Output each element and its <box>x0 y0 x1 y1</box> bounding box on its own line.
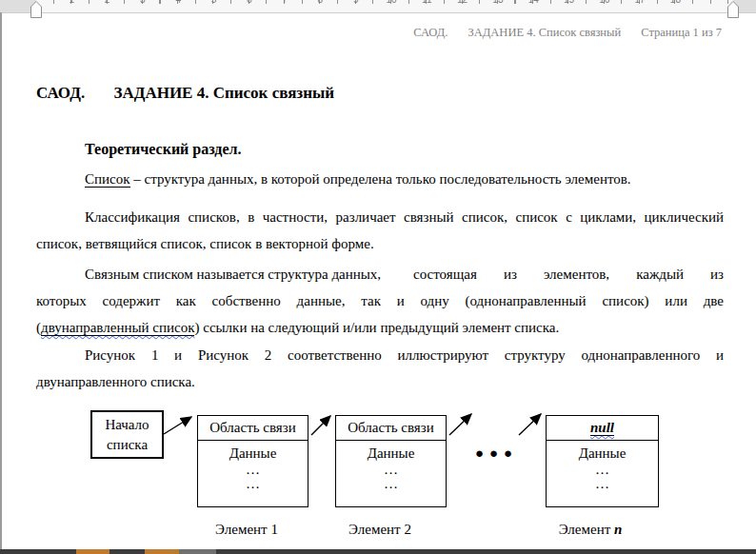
ruler-number: 17 <box>635 0 646 5</box>
paragraph-definition: Список – структура данных, в которой опр… <box>36 166 724 192</box>
node-data-label: Данные <box>336 445 446 463</box>
page-left-edge <box>0 12 2 549</box>
paragraph-classification: Классификация списков, в частности, разл… <box>36 204 724 257</box>
taskbar-active-app[interactable] <box>179 549 216 554</box>
null-label: null <box>590 420 614 436</box>
node-ellipsis: … <box>198 463 308 477</box>
section-heading: Теоретический раздел. <box>85 141 242 158</box>
word-window: 123456789101112131415161718 САОД. ЗАДАНИ… <box>0 0 756 554</box>
arrow-node1-to-node2 <box>311 416 330 435</box>
ruler-number: 12 <box>457 0 468 5</box>
ruler-number: 11 <box>422 0 431 5</box>
ruler-number: 9 <box>353 0 359 5</box>
node-link-area: Область связи <box>336 416 446 441</box>
ruler-number: 14 <box>528 0 539 5</box>
term-underlined: Список <box>85 171 130 188</box>
text-line: состоящая из элементов, каждый из <box>413 261 724 287</box>
right-indent-marker[interactable] <box>727 1 739 18</box>
header-course: САОД. <box>413 26 448 39</box>
list-node-n: null Данные … … <box>546 415 659 507</box>
ruler-number: 6 <box>247 0 252 5</box>
paragraph-figures-ref: Рисунок 1 и Рисунок 2 соответственно илл… <box>36 342 724 395</box>
text-line: Рисунок 1 и Рисунок 2 соответственно илл… <box>36 342 724 368</box>
spellcheck-marked-text: двунаправленный список <box>41 320 194 336</box>
ruler-number: 16 <box>599 0 609 5</box>
caption-text: Элемент <box>559 522 614 537</box>
node-data-label: Данные <box>547 445 658 463</box>
list-start-box: Начало списка <box>90 410 164 459</box>
ruler-number: 2 <box>105 0 110 5</box>
header-assignment: ЗАДАНИЕ 4. Список связный <box>468 26 622 39</box>
node-null-pointer: null <box>547 416 658 441</box>
node-data-label: Данные <box>198 445 308 463</box>
arrow-start-to-node1 <box>164 417 191 434</box>
header-page-number: Страница 1 из 7 <box>641 26 722 39</box>
definition-text: – структура данных, в которой определена… <box>130 171 631 187</box>
paragraph-linked-list: Связным списком называется структура дан… <box>36 261 724 341</box>
node-ellipsis: … <box>198 477 308 491</box>
node-ellipsis: … <box>336 463 446 477</box>
node-caption-2: Элемент 2 <box>348 522 411 538</box>
taskbar-segment[interactable] <box>216 549 756 554</box>
title-course: САОД. <box>36 84 85 102</box>
node-ellipsis: … <box>547 477 658 491</box>
taskbar-segment[interactable] <box>109 549 145 554</box>
taskbar-segment[interactable] <box>0 549 76 554</box>
ruler-number: 10 <box>386 0 396 5</box>
ruler-number: 15 <box>564 0 574 5</box>
text-line: Связным списком называется структура дан… <box>36 261 381 287</box>
ruler-number: 3 <box>140 0 146 5</box>
list-node-2: Область связи Данные … … <box>335 415 447 507</box>
list-continuation-dots: ●●● <box>475 445 518 462</box>
text-line: список, ветвящийся список, список в вект… <box>36 230 724 257</box>
taskbar-highlighted-app[interactable] <box>145 549 179 554</box>
arrow-into-node-n <box>519 414 541 435</box>
ruler-number: 18 <box>670 0 681 5</box>
taskbar-edge[interactable] <box>0 549 756 554</box>
text-line: ) ссылки на следующий и/или предыдущий э… <box>194 320 559 335</box>
text-line: которых содержит как собственно данные, … <box>36 287 724 314</box>
caption-variable-n: n <box>614 522 622 537</box>
node-ellipsis: … <box>336 477 446 491</box>
start-box-line: списка <box>92 435 162 455</box>
ruler-number: 1 <box>70 0 75 5</box>
text-line: Классификация списков, в частности, разл… <box>36 204 724 230</box>
ruler-number: 5 <box>211 0 217 5</box>
page-running-header: САОД. ЗАДАНИЕ 4. Список связный Страница… <box>413 26 722 40</box>
document-title: САОД. ЗАДАНИЕ 4. Список связный <box>36 84 334 103</box>
taskbar-highlighted-app[interactable] <box>76 549 109 554</box>
ruler-number: 7 <box>282 0 288 5</box>
text-line: двунаправленного списка. <box>36 368 724 395</box>
node-caption-n: Элемент n <box>559 522 623 538</box>
title-assignment: ЗАДАНИЕ 4. Список связный <box>113 84 334 102</box>
list-node-1: Область связи Данные … … <box>197 415 308 507</box>
ruler-number: 4 <box>175 0 181 5</box>
node-caption-1: Элемент 1 <box>215 522 278 538</box>
node-link-area: Область связи <box>198 416 308 441</box>
horizontal-ruler[interactable]: 123456789101112131415161718 <box>0 0 756 13</box>
start-box-line: Начало <box>92 415 162 435</box>
left-indent-marker[interactable] <box>30 1 42 18</box>
arrow-node2-out <box>449 414 471 435</box>
ruler-number: 13 <box>492 0 503 5</box>
ruler-number: 8 <box>318 0 324 5</box>
node-ellipsis: … <box>547 463 658 477</box>
